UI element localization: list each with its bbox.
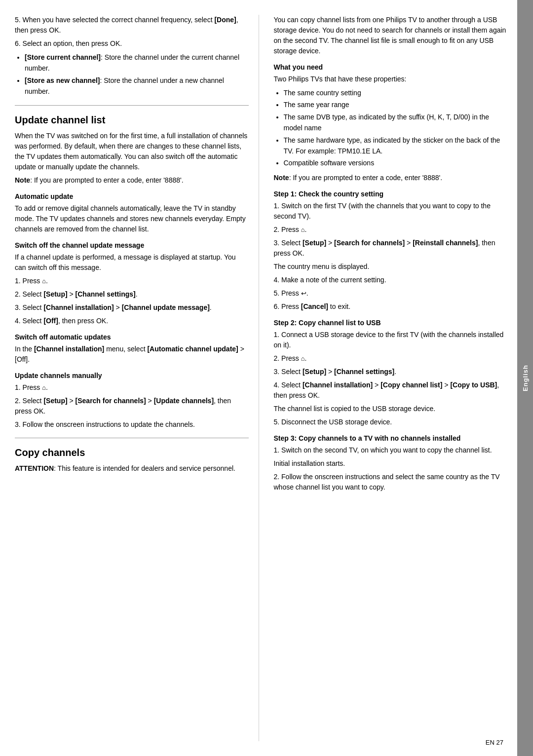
manual-step1: 1. Press ⌂.	[15, 382, 249, 393]
switch-off-step1: 1. Press ⌂.	[15, 276, 249, 286]
home-icon-4: ⌂	[301, 354, 305, 364]
requirement-2: The same year range	[284, 99, 508, 110]
update-note: Note: If you are prompted to enter a cod…	[15, 175, 249, 186]
store-option-2: [Store as new channel]: Store the channe…	[25, 75, 249, 97]
manual-step3: 3. Follow the onscreen instructions to u…	[15, 419, 249, 430]
item5-text: 5. When you have selected the correct ch…	[15, 15, 249, 36]
step2-item1: 1. Connect a USB storage device to the f…	[274, 330, 508, 350]
step3-item2: 2. Follow the onscreen instructions and …	[274, 472, 508, 492]
switch-off-auto-text: In the [Channel installation] menu, sele…	[15, 344, 249, 365]
step3-item1: 1. Switch on the second TV, on which you…	[274, 445, 508, 455]
switch-off-step2: 2. Select [Setup] > [Channel settings].	[15, 289, 249, 300]
step2-item5: 5. Disconnect the USB storage device.	[274, 417, 508, 427]
divider-2	[15, 438, 249, 438]
update-manually-heading: Update channels manually	[15, 372, 249, 379]
store-options-list: [Store current channel]: Store the chann…	[25, 52, 249, 97]
switch-off-auto-heading: Switch off automatic updates	[15, 333, 249, 341]
content-area: 5. When you have selected the correct ch…	[0, 0, 517, 756]
step2-item2: 2. Press ⌂.	[274, 353, 508, 364]
requirement-1: The same country setting	[284, 87, 508, 98]
page-container: 5. When you have selected the correct ch…	[0, 0, 533, 756]
right-intro: You can copy channel lists from one Phil…	[274, 15, 508, 56]
copy-channels-attention: ATTENTION: This feature is intended for …	[15, 463, 249, 474]
requirement-3: The same DVB type, as indicated by the s…	[284, 112, 508, 134]
home-icon-3: ⌂	[301, 225, 305, 235]
home-icon-2: ⌂	[42, 383, 46, 393]
step1-country-menu: The country menu is displayed.	[274, 262, 508, 272]
step3-initial: Initial installation starts.	[274, 458, 508, 469]
update-channel-list-heading: Update channel list	[15, 114, 249, 126]
language-tab: English	[517, 0, 533, 756]
step1-heading: Step 1: Check the country setting	[274, 190, 508, 198]
update-channel-list-para1: When the TV was switched on for the firs…	[15, 131, 249, 172]
home-icon-1: ⌂	[42, 276, 46, 286]
back-icon-1: ↩	[301, 289, 306, 299]
manual-step2: 2. Select [Setup] > [Search for channels…	[15, 396, 249, 416]
step2-item3: 3. Select [Setup] > [Channel settings].	[274, 367, 508, 377]
step1-item6: 6. Press [Cancel] to exit.	[274, 302, 508, 312]
automatic-update-text: To add or remove digital channels automa…	[15, 203, 249, 234]
right-column: You can copy channel lists from one Phil…	[269, 15, 508, 741]
step1-item2: 2. Press ⌂.	[274, 225, 508, 235]
item6-text: 6. Select an option, then press OK.	[15, 38, 249, 49]
switch-off-step4: 4. Select [Off], then press OK.	[15, 316, 249, 326]
page-number: EN 27	[486, 739, 503, 746]
switch-off-step3: 3. Select [Channel installation] > [Chan…	[15, 302, 249, 313]
requirement-5: Compatible software versions	[284, 157, 508, 168]
right-note: Note: If you are prompted to enter a cod…	[274, 173, 508, 183]
page-footer: EN 27	[486, 739, 503, 746]
step2-result: The channel list is copied to the USB st…	[274, 404, 508, 414]
step1-item5: 5. Press ↩.	[274, 288, 508, 299]
step3-heading: Step 3: Copy channels to a TV with no ch…	[274, 434, 508, 442]
step2-item4: 4. Select [Channel installation] > [Copy…	[274, 380, 508, 401]
step2-heading: Step 2: Copy channel list to USB	[274, 319, 508, 327]
copy-channels-heading: Copy channels	[15, 447, 249, 458]
divider-1	[15, 105, 249, 106]
switch-off-message-text: If a channel update is performed, a mess…	[15, 252, 249, 273]
step1-item1: 1. Switch on the first TV (with the chan…	[274, 201, 508, 222]
language-tab-label: English	[522, 365, 529, 391]
automatic-update-heading: Automatic update	[15, 192, 249, 200]
left-column: 5. When you have selected the correct ch…	[15, 15, 259, 741]
requirement-4: The same hardware type, as indicated by …	[284, 135, 508, 157]
what-you-need-list: The same country setting The same year r…	[284, 87, 508, 169]
store-option-1: [Store current channel]: Store the chann…	[25, 52, 249, 74]
step1-item3: 3. Select [Setup] > [Search for channels…	[274, 238, 508, 259]
what-you-need-heading: What you need	[274, 63, 508, 71]
switch-off-message-heading: Switch off the channel update message	[15, 241, 249, 249]
step1-item4: 4. Make a note of the current setting.	[274, 275, 508, 285]
what-you-need-intro: Two Philips TVs that have these properti…	[274, 74, 508, 84]
